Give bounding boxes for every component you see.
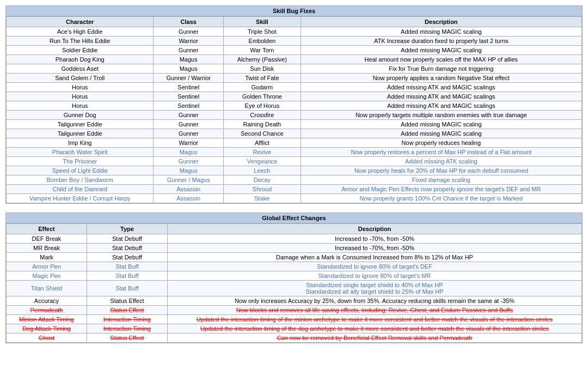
- skill-bug-fixes-title: Skill Bug Fixes: [6, 6, 582, 16]
- table-row: Titan ShieldStat BuffStandardized single…: [7, 281, 582, 296]
- effect-cell: MR Break: [7, 244, 87, 253]
- desc-cell: Can now be removed by Beneficial Effect …: [167, 334, 581, 343]
- desc-cell: Added missing MAGIC scaling: [301, 129, 581, 138]
- desc-cell: Now only increases Accuracy by 25%, down…: [167, 296, 581, 306]
- table-row: DEF BreakStat DebuffIncreased to -70%, f…: [7, 234, 582, 244]
- desc-cell: Increased to -70%, from -50%: [167, 244, 581, 253]
- effect-cell: Mark: [7, 253, 87, 262]
- desc-cell: Damage when a Mark is Consumed Increased…: [167, 253, 581, 262]
- desc-cell: Added missing ATK and MAGIC scalings: [301, 92, 581, 101]
- desc-cell: Now properly reduces healing: [301, 138, 581, 148]
- table-row: Vampire Hunter Eddie / Corrupt HarpyAssa…: [7, 194, 582, 203]
- char-cell: Horus: [7, 92, 154, 101]
- effect-cell: Armor Pen: [7, 262, 87, 271]
- table-row: Run To The Hills EddieWarriorEmboldenATK…: [7, 37, 582, 46]
- desc-cell: Heal amount now properly scales off the …: [301, 55, 581, 64]
- desc-cell: Increased to -70%, from -50%: [167, 234, 581, 244]
- type-cell: Status Effect: [87, 296, 167, 306]
- table-row: HorusSentinelEye of HorusAdded missing A…: [7, 101, 582, 111]
- type-cell: Interaction Timing: [87, 324, 167, 334]
- col-character: Character: [7, 17, 154, 27]
- skill-cell: Godarm: [224, 83, 301, 92]
- table-row: Gunner DogGunnerCrossfireNow properly ta…: [7, 111, 582, 120]
- type-cell: Stat Buff: [87, 271, 167, 281]
- class-cell: Gunner / Warrior: [154, 74, 224, 83]
- table-row: Tailgunner EddieGunnerSecond ChanceAdded…: [7, 129, 582, 138]
- class-cell: Gunner: [154, 157, 224, 166]
- class-cell: Assassin: [154, 185, 224, 194]
- skill-cell: War Torn: [224, 46, 301, 55]
- type-cell: Interaction Timing: [87, 315, 167, 324]
- col-type: Type: [87, 224, 167, 234]
- table-row: MR BreakStat DebuffIncreased to -70%, fr…: [7, 244, 582, 253]
- desc-cell: Added missing MAGIC scaling: [301, 46, 581, 55]
- skill-cell: Twist of Fate: [224, 74, 301, 83]
- skill-bug-body: Ace's High EddieGunnerTriple ShotAdded m…: [7, 27, 582, 203]
- skill-cell: Embolden: [224, 37, 301, 46]
- desc-cell: ATK Increase duration fixed to properly …: [301, 37, 581, 46]
- class-cell: Magus: [154, 55, 224, 64]
- effect-cell: DEF Break: [7, 234, 87, 244]
- class-cell: Gunner: [154, 129, 224, 138]
- desc-cell: Added missing MAGIC scaling: [301, 120, 581, 129]
- skill-cell: Golden Throne: [224, 92, 301, 101]
- desc-cell: Updated the interaction timing of the mi…: [167, 315, 581, 324]
- type-cell: Stat Debuff: [87, 244, 167, 253]
- col-class: Class: [154, 17, 224, 27]
- table-row: Magic PenStat BuffStandardized to ignore…: [7, 271, 582, 281]
- effect-cell: Permadeath: [7, 306, 87, 315]
- desc-cell: Now properly grants 100% Crit Chance if …: [301, 194, 581, 203]
- global-effects-section: Global Effect Changes Effect Type Descri…: [5, 213, 583, 343]
- char-cell: Horus: [7, 101, 154, 111]
- desc-cell: Standardized single target shield to 40%…: [167, 281, 581, 296]
- table-row: Soldier EddieGunnerWar TornAdded missing…: [7, 46, 582, 55]
- table-row: MarkStat DebuffDamage when a Mark is Con…: [7, 253, 582, 262]
- skill-cell: Stake: [224, 194, 301, 203]
- desc-cell: Added missing ATK scaling: [301, 157, 581, 166]
- table-row: GhostStatus EffectCan now be removed by …: [7, 334, 582, 343]
- effect-cell: Dog Attack Timing: [7, 324, 87, 334]
- class-cell: Assassin: [154, 194, 224, 203]
- table-row: PermadeathStatus EffectNow blocks and re…: [7, 306, 582, 315]
- effect-cell: Minion Attack Timing: [7, 315, 87, 324]
- table-row: Tailgunner EddieGunnerRaining DeathAdded…: [7, 120, 582, 129]
- char-cell: Goddess Aset: [7, 64, 154, 74]
- table-row: Minion Attack TimingInteraction TimingUp…: [7, 315, 582, 324]
- desc-cell: Standardized to ignore 80% of target's D…: [167, 262, 581, 271]
- global-header-row: Effect Type Description: [7, 224, 582, 234]
- global-effects-title: Global Effect Changes: [6, 213, 582, 223]
- desc-cell: Now properly heals for 20% of Max HP for…: [301, 166, 581, 175]
- desc-cell: Now properly restores a percent of Max H…: [301, 148, 581, 157]
- desc-cell: Fix for True Burn damage not triggering: [301, 64, 581, 74]
- class-cell: Magus: [154, 64, 224, 74]
- char-cell: Vampire Hunter Eddie / Corrupt Harpy: [7, 194, 154, 203]
- char-cell: Run To The Hills Eddie: [7, 37, 154, 46]
- skill-bug-fixes-table: Character Class Skill Description Ace's …: [6, 16, 582, 203]
- table-row: HorusSentinelGolden ThroneAdded missing …: [7, 92, 582, 101]
- skill-cell: Crossfire: [224, 111, 301, 120]
- type-cell: Status Effect: [87, 306, 167, 315]
- char-cell: Bomber Boy / Sandworm: [7, 175, 154, 185]
- class-cell: Gunner: [154, 27, 224, 37]
- char-cell: Tailgunner Eddie: [7, 120, 154, 129]
- char-cell: Tailgunner Eddie: [7, 129, 154, 138]
- desc-cell: Now properly applies a random Negative S…: [301, 74, 581, 83]
- col-effect: Effect: [7, 224, 87, 234]
- desc-cell: Armor and Magic Pen Effects now properly…: [301, 185, 581, 194]
- char-cell: Soldier Eddie: [7, 46, 154, 55]
- skill-cell: Revive: [224, 148, 301, 157]
- class-cell: Magus: [154, 148, 224, 157]
- table-row: Pharaoh Water SpiritMagusReviveNow prope…: [7, 148, 582, 157]
- class-cell: Gunner: [154, 120, 224, 129]
- skill-bug-fixes-section: Skill Bug Fixes Character Class Skill De…: [5, 5, 583, 204]
- skill-cell: Raining Death: [224, 120, 301, 129]
- char-cell: Imp King: [7, 138, 154, 148]
- desc-cell: Added missing ATK and MAGIC scalings: [301, 83, 581, 92]
- table-row: The PrisonerGunnerVengeanceAdded missing…: [7, 157, 582, 166]
- table-row: Imp KingWarriorAfflictNow properly reduc…: [7, 138, 582, 148]
- effect-cell: Ghost: [7, 334, 87, 343]
- skill-cell: Alchemy (Passive): [224, 55, 301, 64]
- table-row: Speed of Light EddieMagusLeechNow proper…: [7, 166, 582, 175]
- desc-cell: Added missing MAGIC scaling: [301, 27, 581, 37]
- global-effects-table: Effect Type Description DEF BreakStat De…: [6, 223, 582, 343]
